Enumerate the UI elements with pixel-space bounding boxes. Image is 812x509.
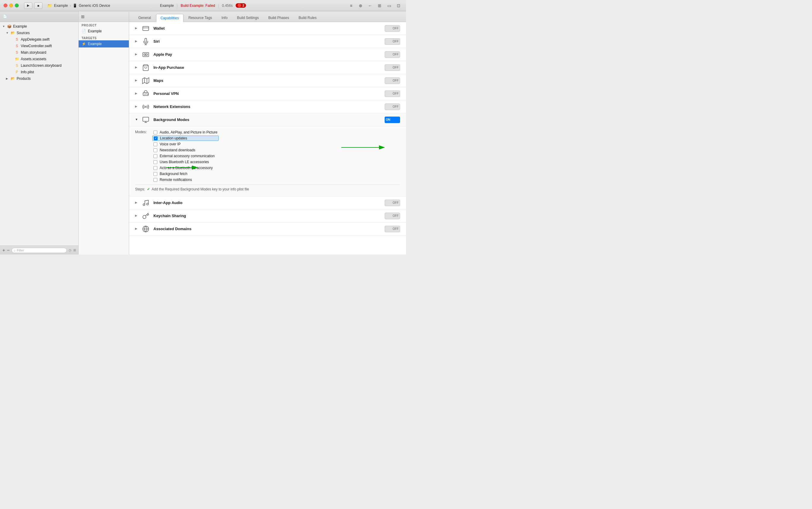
app-name: Example	[160, 4, 174, 8]
sidebar-products-label: Products	[17, 76, 31, 81]
play-button[interactable]: ▶	[24, 2, 32, 9]
tab-build-settings[interactable]: Build Settings	[233, 14, 263, 22]
mode-checkbox-btle[interactable]	[154, 160, 157, 164]
toggle-keychain[interactable]: OFF	[385, 213, 400, 219]
cap-arrow-applepay: ▶	[135, 53, 139, 57]
tab-build-phases[interactable]: Build Phases	[264, 14, 294, 22]
mode-checkbox-newsstand[interactable]	[154, 148, 157, 152]
tab-resource-tags[interactable]: Resource Tags	[184, 14, 217, 22]
toggle-maps[interactable]: OFF	[385, 77, 400, 84]
mode-checkbox-location[interactable]	[154, 136, 158, 140]
minimize-button[interactable]	[9, 4, 13, 7]
tab-capabilities[interactable]: Capabilities	[156, 14, 184, 22]
svg-point-12	[145, 106, 146, 107]
recent-files-icon[interactable]: ◷	[69, 248, 71, 252]
cap-row-vpn[interactable]: ▶ VPN Personal VPN OFF	[129, 87, 406, 100]
breadcrumb-device: Generic iOS Device	[79, 4, 110, 8]
cap-row-assocdomains[interactable]: ▶ Associated Domains OFF	[129, 223, 406, 236]
list-icon[interactable]: ≡	[347, 2, 355, 9]
sidebar-item-products[interactable]: ▶ 📂 Products	[0, 75, 78, 82]
cap-title-iap: In-App Purchase	[154, 65, 385, 70]
svg-point-15	[147, 203, 149, 205]
cap-title-assocdomains: Associated Domains	[154, 227, 385, 231]
toggle-bgmodes[interactable]: ON	[385, 116, 400, 123]
mode-checkbox-audio[interactable]	[154, 131, 157, 134]
toggle-siri[interactable]: OFF	[385, 38, 400, 45]
toggle-interapp[interactable]: OFF	[385, 200, 400, 206]
sidebar: 📄 ▼ 📦 Example ▼ 📂 Sources S A	[0, 11, 79, 254]
cap-arrow-vpn: ▶	[135, 92, 139, 96]
cap-row-maps[interactable]: ▶ Maps OFF	[129, 74, 406, 87]
split-view-icon[interactable]: ⊞	[376, 2, 384, 9]
cap-row-bgmodes[interactable]: ▼ Background Modes ON	[129, 113, 406, 126]
sidebar-root-label: Example	[13, 24, 27, 29]
sidebar-file-launchscreen[interactable]: S LaunchScreen.storyboard	[0, 62, 78, 69]
cap-icon-assocdomains	[141, 225, 150, 233]
mode-checkbox-remotepush[interactable]	[154, 178, 157, 182]
tab-general[interactable]: General	[134, 14, 156, 22]
sidebar-file-assets[interactable]: 📁 Assets.xcassets	[0, 56, 78, 62]
tab-build-rules[interactable]: Build Rules	[294, 14, 321, 22]
storyboard-icon: S	[14, 63, 20, 68]
cap-row-siri[interactable]: ▶ Siri OFF	[129, 35, 406, 48]
cap-row-applepay[interactable]: ▶ Apple Pay OFF	[129, 48, 406, 61]
titlebar-right: ≡ ⊕ ← ⊞ ▭ ⊡	[347, 2, 402, 9]
search-icon[interactable]: ⊕	[357, 2, 364, 9]
mode-item-external: External accessory communication	[154, 154, 218, 159]
error-badge: 🔴 2	[236, 3, 246, 8]
assets-icon: 📁	[14, 57, 20, 61]
mode-checkbox-bgfetch[interactable]	[154, 172, 157, 176]
cap-title-maps: Maps	[154, 78, 385, 83]
cap-row-keychain[interactable]: ▶ Keychain Sharing OFF	[129, 209, 406, 223]
filter-icon: ⌕	[14, 248, 16, 252]
toggle-assocdomains[interactable]: OFF	[385, 226, 400, 232]
mode-item-audio: Audio, AirPlay, and Picture in Picture	[154, 130, 218, 135]
cap-row-interapp[interactable]: ▶ Inter-App Audio OFF	[129, 196, 406, 209]
sidebar-file-infoplist[interactable]: P Info.plist	[0, 69, 78, 75]
mode-checkbox-voip[interactable]	[154, 142, 157, 146]
toggle-iap[interactable]: OFF	[385, 64, 400, 71]
capabilities-content: ▶ Wallet OFF ▶	[129, 22, 406, 254]
back-icon[interactable]: ←	[366, 2, 374, 9]
cap-title-vpn: Personal VPN	[154, 91, 385, 96]
toggle-network[interactable]: OFF	[385, 104, 400, 110]
cap-row-network[interactable]: ▶ Network Extensions OFF	[129, 100, 406, 113]
cap-arrow-network: ▶	[135, 105, 139, 109]
add-button[interactable]: +	[2, 248, 5, 253]
mode-checkbox-btacc[interactable]	[154, 166, 157, 170]
nav-item-project[interactable]: 📄 Example	[79, 28, 129, 35]
stop-button[interactable]: ■	[34, 2, 42, 9]
sidebar-tree: ▼ 📦 Example ▼ 📂 Sources S AppDelegate.sw…	[0, 22, 78, 246]
toggle-wallet[interactable]: OFF	[385, 25, 400, 32]
layout-icon[interactable]: ⊡	[395, 2, 402, 9]
folder-icon: 📂	[10, 31, 15, 35]
nav-project-section: PROJECT	[79, 22, 129, 28]
mode-item-remotepush: Remote notifications	[154, 177, 218, 182]
sidebar-file-mainstoryboard[interactable]: S Main.storyboard	[0, 49, 78, 56]
sidebar-item-sources[interactable]: ▼ 📂 Sources	[0, 30, 78, 36]
mode-checkbox-external[interactable]	[154, 154, 157, 158]
pane-icon[interactable]: ▭	[385, 2, 393, 9]
sidebar-file-appdelegate[interactable]: S AppDelegate.swift	[0, 36, 78, 43]
zoom-button[interactable]	[15, 4, 19, 7]
close-button[interactable]	[4, 4, 7, 7]
cap-row-iap[interactable]: ▶ In-App Purchase OFF	[129, 61, 406, 74]
cap-icon-siri	[141, 37, 150, 46]
toggle-applepay[interactable]: OFF	[385, 51, 400, 58]
cap-title-siri: Siri	[154, 39, 385, 44]
cap-arrow-siri: ▶	[135, 39, 139, 44]
swift-icon: S	[14, 37, 20, 42]
tab-info[interactable]: Info	[217, 14, 232, 22]
add-file-icon[interactable]: ⊞	[73, 248, 76, 252]
svg-point-4	[144, 54, 146, 56]
build-time: 0.456s	[222, 4, 233, 8]
remove-button[interactable]: −	[7, 248, 9, 253]
cap-row-wallet[interactable]: ▶ Wallet OFF	[129, 22, 406, 35]
sidebar-item-root[interactable]: ▼ 📦 Example	[0, 23, 78, 30]
bgmodes-expanded-content: Modes: Audio, AirPlay, and Picture in Pi…	[129, 126, 406, 196]
toggle-vpn[interactable]: OFF	[385, 91, 400, 97]
nav-item-target[interactable]: ⚡ Example	[79, 40, 129, 47]
sidebar-file-viewcontroller[interactable]: S ViewController.swift	[0, 43, 78, 49]
cap-arrow-interapp: ▶	[135, 201, 139, 205]
filter-box[interactable]: ⌕ Filter	[11, 248, 67, 253]
